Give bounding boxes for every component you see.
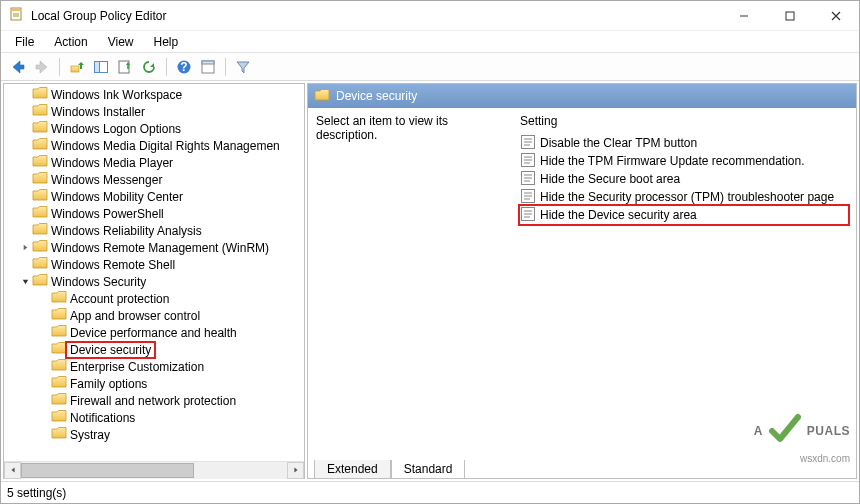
toolbar (1, 53, 859, 81)
tree-item-label: Account protection (67, 292, 172, 306)
folder-icon (51, 375, 67, 392)
tree-item-label: Windows Media Player (48, 156, 176, 170)
tree-item-label: Firewall and network protection (67, 394, 239, 408)
tree-item-label: Windows Remote Management (WinRM) (48, 241, 272, 255)
tree-item-label: Device security (67, 343, 154, 357)
menu-help[interactable]: Help (144, 33, 189, 51)
tree-item[interactable]: Windows Mobility Center (4, 188, 304, 205)
status-text: 5 setting(s) (7, 486, 66, 500)
tree-panel: Windows Ink WorkspaceWindows InstallerWi… (3, 83, 305, 479)
forward-button[interactable] (31, 56, 53, 78)
tree-item-label: Systray (67, 428, 113, 442)
menu-bar: File Action View Help (1, 31, 859, 53)
close-button[interactable] (813, 1, 859, 30)
folder-icon (32, 171, 48, 188)
setting-item[interactable]: Hide the Device security area (520, 206, 848, 224)
tree-item[interactable]: App and browser control (4, 307, 304, 324)
folder-icon (32, 273, 48, 290)
tab-standard[interactable]: Standard (391, 460, 466, 479)
separator (59, 58, 60, 76)
tree-item[interactable]: Windows Messenger (4, 171, 304, 188)
setting-icon (520, 170, 536, 189)
folder-icon (32, 86, 48, 103)
scrollbar-track[interactable] (21, 462, 287, 479)
tree-item[interactable]: Windows Security (4, 273, 304, 290)
folder-icon (51, 392, 67, 409)
folder-icon (32, 103, 48, 120)
scroll-left-button[interactable] (4, 462, 21, 479)
setting-item[interactable]: Hide the Secure boot area (520, 170, 848, 188)
tree-item[interactable]: Family options (4, 375, 304, 392)
setting-item-label: Hide the Device security area (540, 208, 697, 222)
folder-icon (32, 205, 48, 222)
folder-icon (51, 358, 67, 375)
tree-item[interactable]: Device security (4, 341, 304, 358)
tree-item[interactable]: Enterprise Customization (4, 358, 304, 375)
expand-icon[interactable] (18, 243, 32, 252)
separator (225, 58, 226, 76)
minimize-button[interactable] (721, 1, 767, 30)
folder-icon (51, 409, 67, 426)
tree-item[interactable]: Windows Ink Workspace (4, 86, 304, 103)
scrollbar-thumb[interactable] (21, 463, 194, 478)
tree-item[interactable]: Windows Installer (4, 103, 304, 120)
menu-view[interactable]: View (98, 33, 144, 51)
tree-item[interactable]: Windows Media Player (4, 154, 304, 171)
title-bar: Local Group Policy Editor (1, 1, 859, 31)
maximize-button[interactable] (767, 1, 813, 30)
folder-icon (32, 120, 48, 137)
refresh-button[interactable] (138, 56, 160, 78)
folder-icon (32, 154, 48, 171)
show-hide-tree-button[interactable] (90, 56, 112, 78)
tree-item-label: Windows Messenger (48, 173, 165, 187)
export-list-button[interactable] (114, 56, 136, 78)
tree-item[interactable]: Windows Reliability Analysis (4, 222, 304, 239)
folder-icon (32, 256, 48, 273)
folder-icon (51, 307, 67, 324)
tree-item-label: Windows Ink Workspace (48, 88, 185, 102)
tree-item[interactable]: Firewall and network protection (4, 392, 304, 409)
setting-item[interactable]: Hide the Security processor (TPM) troubl… (520, 188, 848, 206)
scroll-right-button[interactable] (287, 462, 304, 479)
horizontal-scrollbar[interactable] (4, 461, 304, 478)
tree-item[interactable]: Account protection (4, 290, 304, 307)
tree-item[interactable]: Systray (4, 426, 304, 443)
setting-item[interactable]: Hide the TPM Firmware Update recommendat… (520, 152, 848, 170)
menu-file[interactable]: File (5, 33, 44, 51)
setting-column-header[interactable]: Setting (520, 114, 848, 134)
folder-icon (32, 188, 48, 205)
tree-item-label: Enterprise Customization (67, 360, 207, 374)
tree-item[interactable]: Windows PowerShell (4, 205, 304, 222)
tab-extended[interactable]: Extended (314, 460, 391, 479)
menu-action[interactable]: Action (44, 33, 97, 51)
tree-item[interactable]: Windows Remote Shell (4, 256, 304, 273)
folder-icon (51, 324, 67, 341)
tree-item[interactable]: Windows Logon Options (4, 120, 304, 137)
up-level-button[interactable] (66, 56, 88, 78)
setting-item-label: Hide the TPM Firmware Update recommendat… (540, 154, 805, 168)
content-header: Device security (308, 84, 856, 108)
tree-item-label: Windows Installer (48, 105, 148, 119)
folder-icon (314, 88, 330, 105)
back-button[interactable] (7, 56, 29, 78)
tree-item[interactable]: Windows Media Digital Rights Managemen (4, 137, 304, 154)
setting-item-label: Hide the Security processor (TPM) troubl… (540, 190, 834, 204)
tree-item-label: Family options (67, 377, 150, 391)
content-tabstrip: Extended Standard (308, 456, 856, 478)
help-button[interactable] (173, 56, 195, 78)
tree-item-label: Notifications (67, 411, 138, 425)
filter-button[interactable] (232, 56, 254, 78)
tree-item-label: Windows Mobility Center (48, 190, 186, 204)
setting-icon (520, 152, 536, 171)
folder-icon (32, 239, 48, 256)
description-prompt: Select an item to view its description. (316, 114, 506, 142)
collapse-icon[interactable] (18, 277, 32, 286)
setting-item[interactable]: Disable the Clear TPM button (520, 134, 848, 152)
content-panel: Device security Select an item to view i… (307, 83, 857, 479)
tree-item[interactable]: Windows Remote Management (WinRM) (4, 239, 304, 256)
tree-item-label: Windows Remote Shell (48, 258, 178, 272)
tree-item[interactable]: Device performance and health (4, 324, 304, 341)
tree-item-label: Device performance and health (67, 326, 240, 340)
tree-item[interactable]: Notifications (4, 409, 304, 426)
properties-button[interactable] (197, 56, 219, 78)
